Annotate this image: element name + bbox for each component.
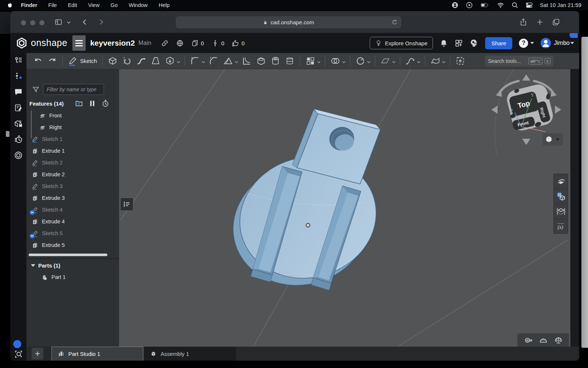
feature-extrude-5[interactable]: Extrude 5 (26, 239, 119, 251)
tool-draft-dropdown[interactable] (234, 60, 239, 64)
globe-icon[interactable] (176, 39, 184, 47)
window-zoom-button[interactable] (39, 20, 44, 25)
tool-extrude-icon[interactable] (108, 56, 118, 66)
suppress-icon[interactable] (88, 99, 96, 107)
viewport-search-icon[interactable] (14, 350, 23, 359)
tool-rib-icon[interactable] (242, 56, 252, 66)
feature-sketch-5[interactable]: Sketch 5 (26, 227, 119, 239)
spotlight-icon[interactable] (511, 1, 519, 9)
feature-sketch-1[interactable]: Sketch 1 (26, 133, 119, 145)
add-tab-button[interactable]: + (32, 348, 43, 360)
assistant-badge[interactable] (12, 339, 22, 349)
app-store-icon[interactable] (455, 39, 463, 47)
feature-extrude-3[interactable]: Extrude 3 (26, 192, 119, 204)
tool-plane-dropdown[interactable] (391, 60, 396, 64)
help-box-icon[interactable] (14, 119, 23, 128)
parts-header[interactable]: Parts (1) (26, 261, 119, 270)
onshape-search-icon[interactable] (14, 151, 23, 160)
variables-icon[interactable] (553, 219, 568, 234)
battery-icon[interactable] (480, 1, 490, 9)
origin-point[interactable] (306, 223, 310, 227)
feature-extrude-1[interactable]: Extrude 1 (26, 145, 119, 157)
window-minimize-button[interactable] (30, 20, 35, 25)
tree-horizontal-scrollbar[interactable] (29, 254, 107, 256)
feature-extrude-4[interactable]: Extrude 4 (26, 216, 119, 227)
view-options-button[interactable] (542, 133, 563, 146)
part-body[interactable] (219, 109, 390, 301)
tool-boolean-icon[interactable] (330, 56, 340, 66)
rollback-icon[interactable] (101, 99, 110, 107)
tab-overview-icon[interactable] (552, 18, 560, 26)
address-bar[interactable]: cad.onshape.com (176, 16, 401, 28)
tool-box-select-icon[interactable] (455, 56, 465, 66)
named-views-icon[interactable] (553, 189, 568, 204)
menu-finder[interactable]: Finder (21, 2, 37, 8)
mass-properties-icon[interactable] (554, 336, 563, 344)
feature-right[interactable]: Right (26, 121, 119, 133)
help-menu[interactable]: ? (519, 39, 534, 48)
feature-front[interactable]: Front (26, 110, 119, 121)
feature-sketch-3[interactable]: Sketch 3 (26, 180, 119, 192)
apple-logo-icon[interactable] (7, 2, 13, 8)
menu-clock[interactable]: Sat 10 Jan 21:59 (540, 2, 581, 8)
tool-transform-dropdown[interactable] (366, 60, 371, 64)
menu-edit[interactable]: Edit (68, 2, 77, 8)
tool-chamfer-icon[interactable] (209, 56, 219, 66)
workspace-name[interactable]: Main (139, 40, 151, 46)
user-menu[interactable]: Jimbo (541, 38, 574, 48)
tool-sketch-icon[interactable] (68, 56, 78, 66)
tool-surface-dropdown[interactable] (441, 60, 446, 64)
tool-thicken-icon[interactable] (165, 56, 175, 66)
new-tab-icon[interactable] (536, 18, 544, 26)
likes-counter[interactable]: 0 (232, 39, 244, 47)
appearance-icon[interactable] (553, 174, 568, 188)
tool-sweep-icon[interactable] (136, 56, 146, 66)
versions-counter[interactable]: 0 (211, 39, 224, 47)
tool-curve-dropdown[interactable] (416, 60, 421, 64)
play-icon[interactable] (466, 1, 473, 9)
share-button[interactable]: Share (485, 37, 512, 49)
window-close-button[interactable] (21, 20, 26, 25)
feature-flyout-toggle[interactable] (120, 198, 133, 211)
feature-list-icon[interactable] (14, 56, 23, 65)
back-icon[interactable] (81, 18, 89, 26)
tool-pattern-icon[interactable] (305, 56, 315, 66)
tool-thread-icon[interactable] (285, 56, 295, 66)
tab-assembly-1[interactable]: Assembly 1 (144, 347, 236, 361)
share-icon[interactable] (519, 18, 527, 26)
reload-icon[interactable] (391, 19, 398, 25)
history-icon[interactable] (14, 135, 23, 144)
ai-advisor-icon[interactable] (470, 39, 478, 47)
tool-redo-icon[interactable] (47, 56, 57, 66)
document-menu-button[interactable] (72, 35, 86, 51)
notes-icon[interactable] (14, 103, 23, 112)
wifi-icon[interactable] (497, 1, 504, 9)
app-logo-icon[interactable] (451, 1, 459, 9)
feature-sketch-4[interactable]: Sketch 4 (26, 204, 119, 216)
versions-icon[interactable] (14, 72, 23, 81)
onshape-logo-icon[interactable] (15, 37, 28, 49)
menu-window[interactable]: Window (129, 2, 148, 8)
menu-help[interactable]: Help (159, 2, 170, 8)
copies-counter[interactable]: 0 (191, 39, 204, 47)
menu-file[interactable]: File (48, 2, 57, 8)
tool-boolean-dropdown[interactable] (341, 60, 346, 64)
filter-funnel-icon[interactable] (32, 86, 39, 93)
tool-pattern-dropdown[interactable] (316, 60, 321, 64)
tool-undo-icon[interactable] (33, 56, 43, 66)
graphics-viewport[interactable]: Top Right Front Y Z X (119, 69, 570, 347)
search-tools-button[interactable]: Search tools... alt/⌥ c (485, 56, 553, 67)
feature-sketch-2[interactable]: Sketch 2 (26, 157, 119, 169)
menu-go[interactable]: Go (111, 2, 118, 8)
sidebar-icon[interactable] (54, 18, 62, 26)
tab-part-studio-1[interactable]: Part Studio 1 (51, 347, 143, 361)
tape-measure-icon[interactable] (524, 336, 533, 344)
forward-icon[interactable] (97, 18, 105, 26)
filter-input[interactable] (43, 84, 104, 95)
tool-curve-icon[interactable] (405, 56, 415, 66)
part-part-1[interactable]: Part 1 (26, 272, 119, 283)
tool-surface-icon[interactable] (430, 56, 440, 66)
section-view-icon[interactable] (553, 204, 568, 219)
feature-extrude-2[interactable]: Extrude 2 (26, 169, 119, 180)
protractor-icon[interactable] (539, 336, 548, 344)
